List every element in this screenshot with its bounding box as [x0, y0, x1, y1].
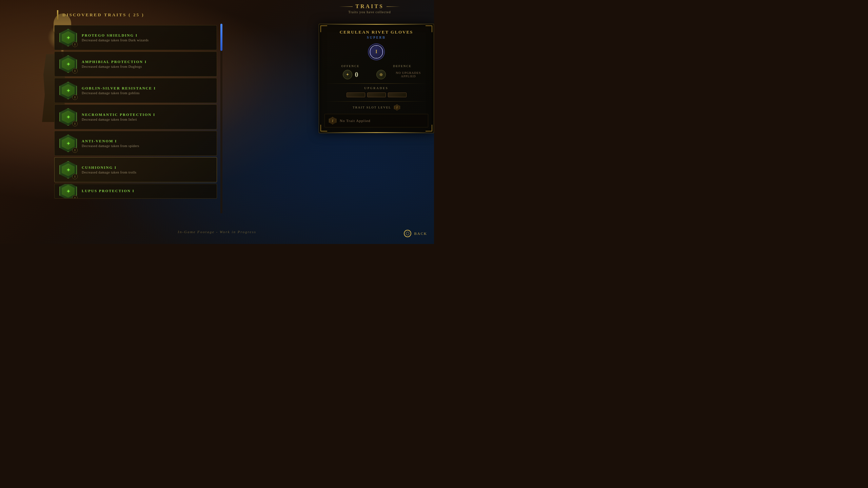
offence-value: 0: [355, 71, 358, 79]
trait-symbol: ✦: [66, 114, 71, 120]
trait-level-badge: I: [72, 42, 78, 47]
traits-list: ✦ I PROTEGO SHIELDING I Decreased damage…: [54, 25, 217, 199]
trait-item-anti-venom[interactable]: ✦ I ANTI-VENOM I Decreased damage taken …: [54, 131, 217, 156]
trait-level-badge: I: [72, 147, 78, 153]
trait-text: AMPHIBIAL PROTECTION I Decreased damage …: [82, 60, 212, 68]
trait-icon-anti-venom: ✦ I: [59, 135, 77, 152]
hex-inner: ✦: [62, 185, 75, 198]
stats-row: OFFENCE ✦ 0 DEFENCE ⊕ NO UPGRADES APPLIE…: [324, 64, 428, 79]
trait-description: Decreased damage taken from Dark wizards: [82, 38, 212, 42]
trait-item-protego-shielding[interactable]: ✦ I PROTEGO SHIELDING I Decreased damage…: [54, 25, 217, 50]
slot-level-badge: I: [394, 104, 400, 110]
trait-icon-protego: ✦ I: [59, 29, 77, 46]
offence-label: OFFENCE: [324, 64, 376, 68]
panel-title: DISCOVERED TRAITS ( 25 ): [62, 12, 144, 18]
trait-slot-label-row: TRAIT SLOT LEVEL I: [324, 104, 428, 110]
upgrades-slots: [324, 93, 428, 97]
trait-item-goblin-silver[interactable]: ✦ I GOBLIN-SILVER RESISTANCE I Decreased…: [54, 78, 217, 103]
trait-icon-goblin: ✦ I: [59, 82, 77, 99]
trait-item-cushioning[interactable]: ✦ I CUSHIONING I Decreased damage taken …: [54, 157, 217, 182]
trait-icon-cushioning: ✦ I: [59, 161, 77, 179]
upgrades-label: UPGRADES: [324, 86, 428, 90]
trait-symbol: ✦: [66, 61, 71, 67]
offence-value-wrap: ✦ 0: [324, 70, 376, 79]
hex-inner: ✦: [62, 58, 75, 70]
trait-slot-text: TRAIT SLOT LEVEL: [353, 106, 391, 109]
trait-level-badge: I: [72, 68, 78, 74]
corner-tr: [426, 25, 432, 32]
trait-icon-amphibial: ✦ I: [59, 55, 77, 73]
offence-icon: ✦: [343, 70, 352, 79]
title-decoration: TRAITS: [312, 3, 427, 9]
trait-icon-lupus: ✦ I: [59, 184, 77, 199]
defence-value-wrap: ⊕ NO UPGRADES APPLIED: [376, 70, 428, 79]
traits-title-area: TRAITS Traits you have collected: [312, 3, 427, 14]
trait-text: ANTI-VENOM I Decreased damage taken from…: [82, 139, 212, 148]
slot-level-num: I: [396, 106, 397, 109]
header-line: [57, 10, 58, 20]
scrollbar-track[interactable]: [220, 24, 222, 214]
deco-line-left: [339, 6, 353, 7]
back-button[interactable]: BACK: [404, 230, 427, 237]
hex-inner: ✦: [62, 84, 75, 97]
hex-inner: ✦: [62, 31, 75, 44]
trait-description: Decreased damage taken from goblins: [82, 91, 212, 95]
back-button-label: BACK: [414, 231, 427, 236]
hex-inner: ✦: [62, 137, 75, 150]
equipment-quality: SUPERB: [324, 36, 428, 39]
trait-text: LUPUS PROTECTION I: [82, 189, 212, 194]
trait-symbol: ✦: [66, 87, 71, 94]
back-button-inner: [406, 232, 409, 235]
no-trait-row: I No Trait Applied: [324, 114, 428, 127]
trait-name: LUPUS PROTECTION I: [82, 189, 212, 193]
divider: [324, 83, 428, 84]
corner-br: [426, 125, 432, 131]
trait-level-badge: I: [72, 174, 78, 179]
trait-symbol: ✦: [66, 167, 71, 173]
hex-inner: ✦: [62, 163, 75, 176]
trait-name: GOBLIN-SILVER RESISTANCE I: [82, 86, 212, 90]
trait-name: NECROMANTIC PROTECTION I: [82, 113, 212, 117]
trait-text: PROTEGO SHIELDING I Decreased damage tak…: [82, 33, 212, 42]
trait-level-badge: I: [72, 195, 78, 199]
offence-block: OFFENCE ✦ 0: [324, 64, 376, 79]
equipment-icon: I: [368, 43, 385, 60]
divider-2: [324, 101, 428, 102]
trait-symbol: ✦: [66, 188, 71, 195]
trait-level-badge: I: [72, 121, 78, 126]
equipment-card: CERULEAN RIVET GLOVES SUPERB I OFFENCE ✦…: [319, 24, 434, 133]
trait-level-badge: I: [72, 95, 78, 100]
equipment-name: CERULEAN RIVET GLOVES: [324, 29, 428, 35]
trait-name: PROTEGO SHIELDING I: [82, 33, 212, 37]
trait-description: Decreased damage taken from Inferi: [82, 118, 212, 121]
upgrade-slot-2: [367, 93, 386, 97]
traits-panel: DISCOVERED TRAITS ( 25 ) ✦ I PROTEGO SHI…: [54, 10, 217, 234]
trait-symbol: ✦: [66, 35, 71, 41]
watermark: In-Game Footage - Work in Progress: [178, 230, 256, 234]
back-button-icon: [404, 230, 411, 237]
deco-line-right: [387, 6, 400, 7]
traits-subtitle: Traits you have collected: [312, 10, 427, 14]
no-trait-text: No Trait Applied: [340, 119, 371, 123]
defence-icon: ⊕: [376, 70, 386, 79]
gear-hex: I: [370, 46, 382, 58]
defence-text: NO UPGRADES APPLIED: [395, 71, 422, 78]
trait-item-necromantic[interactable]: ✦ I NECROMANTIC PROTECTION I Decreased d…: [54, 104, 217, 129]
trait-name: ANTI-VENOM I: [82, 139, 212, 143]
scrollbar-thumb[interactable]: [220, 24, 222, 51]
trait-text: GOBLIN-SILVER RESISTANCE I Decreased dam…: [82, 86, 212, 95]
panel-header: DISCOVERED TRAITS ( 25 ): [54, 10, 217, 20]
hex-inner: ✦: [62, 110, 75, 123]
gear-circle: I: [368, 43, 385, 60]
upgrade-slot-3: [388, 93, 407, 97]
corner-bl: [320, 125, 327, 131]
defence-block: DEFENCE ⊕ NO UPGRADES APPLIED: [376, 64, 428, 79]
trait-item-lupus[interactable]: ✦ I LUPUS PROTECTION I: [54, 184, 217, 199]
main-title: TRAITS: [355, 3, 384, 9]
defence-label: DEFENCE: [376, 64, 428, 68]
trait-item-amphibial[interactable]: ✦ I AMPHIBIAL PROTECTION I Decreased dam…: [54, 52, 217, 77]
upgrade-slot-1: [347, 93, 365, 97]
trait-symbol: ✦: [66, 140, 71, 147]
trait-name: AMPHIBIAL PROTECTION I: [82, 60, 212, 64]
trait-name: CUSHIONING I: [82, 165, 212, 169]
